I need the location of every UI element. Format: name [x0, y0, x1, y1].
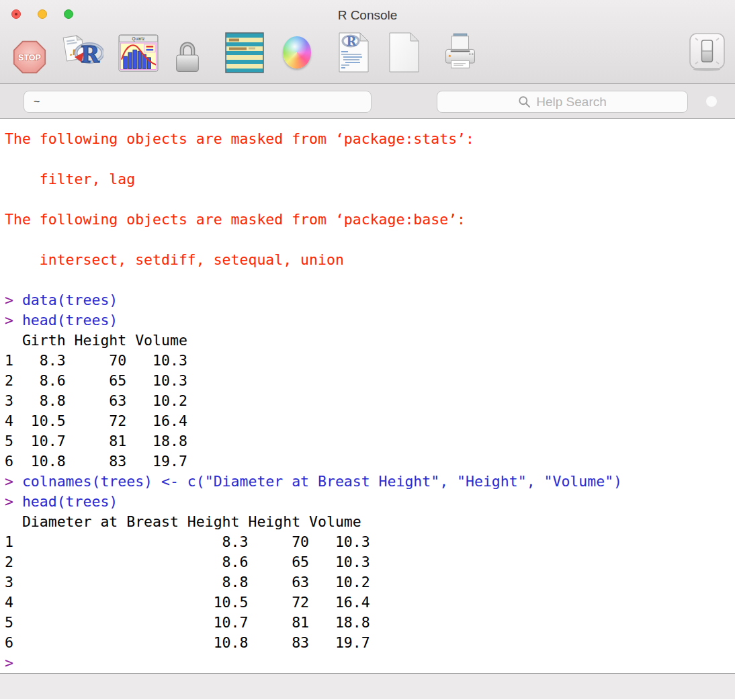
toggle-toolbar-button[interactable]	[687, 32, 728, 72]
titlebar[interactable]: R Console	[0, 0, 735, 30]
search-icon	[518, 95, 531, 108]
svg-text:R: R	[347, 34, 357, 48]
console-line: 5 10.7 81 18.8	[5, 431, 735, 451]
console-segment-output: Diameter at Breast Height Height Volume	[5, 513, 361, 530]
console-segment-prompt: >	[5, 654, 13, 671]
console-segment-stderr: intersect, setdiff, setequal, union	[5, 251, 344, 268]
console-line: The following objects are masked from ‘p…	[5, 129, 735, 149]
set-colors-button[interactable]	[283, 36, 311, 69]
console-segment-output: 1 8.3 70 10.3	[5, 352, 187, 369]
r-source-file-icon: .r R	[62, 32, 103, 72]
console-line: 3 8.8 63 10.2	[5, 391, 735, 411]
console-line: Diameter at Breast Height Height Volume	[5, 512, 735, 532]
console-segment-input: head(trees)	[22, 493, 118, 510]
console-segment-prompt: >	[5, 493, 22, 510]
console-line	[5, 270, 735, 290]
window-title: R Console	[0, 0, 735, 30]
console-line: intersect, setdiff, setequal, union	[5, 250, 735, 270]
stop-icon: STOP	[12, 40, 47, 75]
working-directory-input[interactable]	[24, 91, 372, 113]
console-line: 5 10.7 81 18.8	[5, 613, 735, 633]
window-header: R Console STOP	[0, 0, 735, 84]
switch-icon	[687, 32, 728, 72]
lock-icon	[175, 37, 200, 73]
console-line: 2 8.6 65 10.3	[5, 552, 735, 572]
console-segment-output: 4 10.5 72 16.4	[5, 594, 370, 611]
console-segment-stderr: The following objects are masked from ‘p…	[5, 130, 474, 147]
striped-list-icon	[224, 32, 265, 74]
console-segment-prompt: >	[5, 292, 22, 308]
r-document-button[interactable]: R	[338, 32, 370, 73]
new-document-button[interactable]	[388, 32, 420, 73]
console-segment-output: 3 8.8 63 10.2	[5, 392, 187, 409]
console-segment-output: Girth Height Volume	[5, 332, 187, 349]
console-segment-input: head(trees)	[22, 312, 118, 329]
console-line	[5, 230, 735, 250]
console-segment-output: 6 10.8 83 19.7	[5, 634, 370, 651]
toolbar: STOP .r R	[0, 30, 735, 84]
quartz-plot-window-icon: Quartz	[118, 34, 159, 72]
console-line	[5, 149, 735, 169]
console-line: > data(trees)	[5, 290, 735, 310]
r-console-window: R Console STOP	[0, 0, 735, 700]
console-segment-output: 6 10.8 83 19.7	[5, 453, 187, 470]
svg-text:STOP: STOP	[18, 53, 41, 62]
color-wheel-icon	[283, 36, 311, 69]
console-line: The following objects are masked from ‘p…	[5, 210, 735, 230]
svg-text:Quartz: Quartz	[132, 36, 145, 42]
blank-document-icon	[388, 32, 420, 73]
console-line: 6 10.8 83 19.7	[5, 633, 735, 653]
console-segment-output: 5 10.7 81 18.8	[5, 614, 370, 631]
help-search-field[interactable]: Help Search	[437, 91, 688, 113]
console-segment-input: colnames(trees) <- c("Diameter at Breast…	[22, 473, 622, 490]
console-segment-output: 2 8.6 65 10.3	[5, 372, 187, 389]
console-line: 3 8.8 63 10.2	[5, 572, 735, 593]
console-line: filter, lag	[5, 169, 735, 189]
console-line: 6 10.8 83 19.7	[5, 451, 735, 472]
console-line: >	[5, 653, 735, 673]
secure-input-indicator-dot	[706, 96, 717, 107]
console-segment-stderr: filter, lag	[5, 171, 135, 187]
console-line	[5, 189, 735, 210]
console-line: 1 8.3 70 10.3	[5, 532, 735, 552]
interrupt-button[interactable]: STOP	[12, 40, 47, 75]
search-placeholder: Help Search	[536, 95, 607, 110]
console-line: 1 8.3 70 10.3	[5, 351, 735, 371]
printer-icon	[443, 30, 477, 73]
r-document-icon: R	[338, 32, 370, 73]
console-output[interactable]: The following objects are masked from ‘p…	[0, 119, 735, 673]
show-history-button[interactable]	[224, 32, 265, 74]
console-line: 2 8.6 65 10.3	[5, 371, 735, 391]
console-line: > colnames(trees) <- c("Diameter at Brea…	[5, 472, 735, 492]
console-line: 4 10.5 72 16.4	[5, 593, 735, 613]
filter-bar: Help Search	[0, 84, 735, 119]
console-segment-prompt: >	[5, 473, 22, 490]
console-segment-output: 4 10.5 72 16.4	[5, 412, 187, 429]
status-bar	[0, 673, 735, 699]
console-segment-output: 2 8.6 65 10.3	[5, 554, 370, 570]
console-line: Girth Height Volume	[5, 331, 735, 351]
console-line: 4 10.5 72 16.4	[5, 411, 735, 431]
console-segment-output: 5 10.7 81 18.8	[5, 433, 187, 449]
console-segment-prompt: >	[5, 312, 22, 329]
print-button[interactable]	[443, 30, 477, 73]
open-in-editor-button[interactable]: .r R	[62, 32, 103, 72]
quartz-device-button[interactable]: Quartz	[118, 34, 159, 72]
svg-text:R: R	[81, 41, 100, 68]
console-line: > head(trees)	[5, 310, 735, 331]
console-segment-input: data(trees)	[22, 292, 118, 308]
authentication-button[interactable]	[175, 37, 200, 73]
console-segment-output: 3 8.8 63 10.2	[5, 574, 370, 590]
console-segment-output: 1 8.3 70 10.3	[5, 533, 370, 550]
console-line: > head(trees)	[5, 492, 735, 512]
console-segment-stderr: The following objects are masked from ‘p…	[5, 211, 466, 228]
